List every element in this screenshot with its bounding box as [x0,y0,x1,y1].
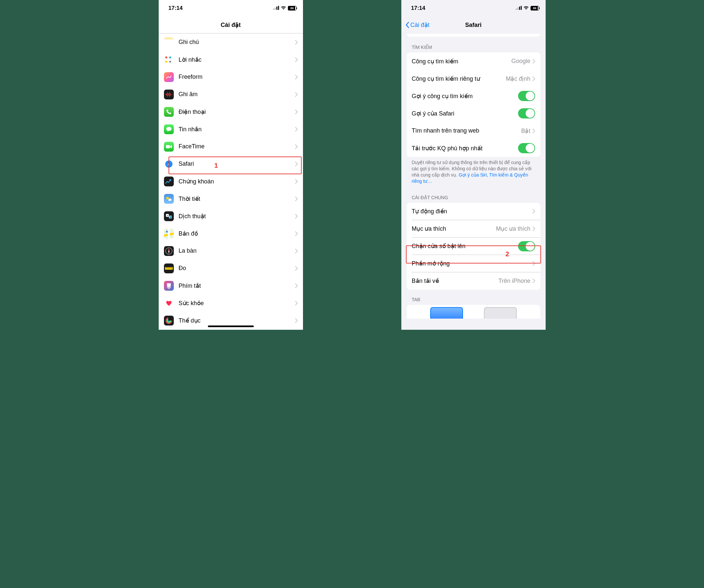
row-label: Safari [179,160,295,167]
row-search-engine-suggestions[interactable]: Gợi ý công cụ tìm kiếm [407,87,540,105]
measure-icon [164,264,174,273]
tab-section-header: TAB [401,297,546,305]
row-label: Tải trước KQ phù hợp nhất [412,145,518,152]
row-label: Gợi ý công cụ tìm kiếm [412,93,518,100]
toggle-search-engine-suggestions[interactable] [518,91,535,101]
row-facetime[interactable]: FaceTime [159,138,303,155]
row-label: Mục ưa thích [412,225,496,232]
row-stocks[interactable]: Chứng khoán [159,173,303,190]
search-section-header: TÌM KIẾM [401,37,546,53]
row-notes[interactable]: Ghi chú [159,34,303,51]
row-label: Chặn cửa sổ bật lên [412,243,518,250]
status-bar: 17:14 89 [401,0,546,16]
row-favorites[interactable]: Mục ưa thíchMục ưa thích [407,220,540,237]
cellular-icon [273,5,279,11]
weather-icon [164,194,174,204]
toggle-safari-suggestions[interactable] [518,108,535,118]
chevron-icon [532,59,535,64]
single-tab-option[interactable] [484,307,517,319]
phone-icon [164,107,174,117]
chevron-icon [295,179,298,184]
row-shortcuts[interactable]: Phím tắt [159,277,303,294]
health-icon [164,298,174,308]
row-label: Gợi ý của Safari [412,110,518,117]
tab-layout-selector[interactable] [407,305,540,319]
row-block-popups[interactable]: Chặn cửa sổ bật lên [407,237,540,255]
page-title: Safari [465,22,481,29]
chevron-icon [295,162,298,166]
row-measure[interactable]: Đo [159,260,303,277]
chevron-icon [532,279,535,283]
status-time: 17:14 [169,5,183,11]
row-safari[interactable]: Safari [159,155,303,173]
row-label: Bản đồ [179,230,295,237]
chevron-icon [295,92,298,97]
safari-settings-screen: 17:14 89 Cài đặt Safari TÌM KIẾM Công cụ… [401,0,546,330]
nav-bar: Cài đặt Safari [401,16,546,34]
tab-bar-option[interactable] [430,307,463,319]
battery-icon: 89 [288,6,296,10]
row-label: Lời nhắc [179,56,295,63]
row-label: Freeform [179,73,295,81]
row-label: Đo [179,265,295,272]
nav-bar: Cài đặt [159,16,303,34]
wifi-icon [523,5,529,11]
row-voice-memos[interactable]: Ghi âm [159,86,303,103]
row-label: Công cụ tìm kiếm [412,58,512,65]
chevron-icon [295,214,298,219]
facetime-icon [164,142,174,152]
row-label: FaceTime [179,143,295,150]
toggle-preload-top-hit[interactable] [518,143,535,153]
row-label: Tin nhắn [179,126,295,133]
row-extensions[interactable]: Phần mở rộng [407,255,540,272]
row-safari-suggestions[interactable]: Gợi ý của Safari [407,105,540,122]
row-label: Thể dục [179,317,295,324]
messages-icon [164,124,174,134]
row-autofill[interactable]: Tự động điền [407,203,540,220]
reminders-icon [164,55,174,65]
row-messages[interactable]: Tin nhắn [159,120,303,138]
chevron-icon [295,318,298,323]
row-reminders[interactable]: Lời nhắc [159,51,303,68]
chevron-icon [532,261,535,266]
general-section-header: CÀI ĐẶT CHUNG [401,187,546,203]
row-label: La bàn [179,248,295,254]
row-label: Phím tắt [179,282,295,289]
battery-icon: 89 [531,6,539,10]
page-title: Cài đặt [221,21,241,29]
row-label: Thời tiết [179,195,295,203]
settings-screen: 17:14 89 Cài đặt Ghi chúLời nhắcFreeform… [159,0,303,330]
row-health[interactable]: Sức khỏe [159,294,303,312]
row-label: Ghi chú [179,39,295,46]
chevron-icon [532,209,535,214]
search-group: Công cụ tìm kiếmGoogleCông cụ tìm kiếm r… [407,53,540,157]
chevron-icon [295,283,298,288]
settings-list[interactable]: Ghi chúLời nhắcFreeformGhi âmĐiện thoạiT… [159,34,303,329]
row-value: Bật [521,127,530,135]
row-phone[interactable]: Điện thoại [159,103,303,120]
row-translate[interactable]: A文Dịch thuật [159,207,303,225]
row-label: Tìm nhanh trên trang web [412,127,521,134]
row-private-search-engine[interactable]: Công cụ tìm kiếm riêng tưMặc định [407,70,540,87]
chevron-icon [532,128,535,133]
chevron-icon [295,127,298,131]
voice-memos-icon [164,90,174,99]
row-weather[interactable]: Thời tiết [159,190,303,207]
maps-icon [164,229,174,238]
svg-rect-26 [521,6,522,10]
row-search-engine[interactable]: Công cụ tìm kiếmGoogle [407,53,540,70]
row-freeform[interactable]: Freeform [159,68,303,86]
compass-icon [164,246,174,256]
home-indicator[interactable] [208,325,254,327]
toggle-block-popups[interactable] [518,241,535,251]
row-downloads[interactable]: Bản tải vềTrên iPhone [407,272,540,290]
search-section-footer: Duyệt riêng tư sử dụng thông tin trên th… [401,157,546,187]
row-quick-website-search[interactable]: Tìm nhanh trên trang webBật [407,122,540,140]
back-button[interactable]: Cài đặt [405,21,429,29]
chevron-icon [532,226,535,231]
row-preload-top-hit[interactable]: Tải trước KQ phù hợp nhất [407,140,540,157]
row-label: Bản tải về [412,277,499,284]
row-compass[interactable]: La bàn [159,242,303,260]
fitness-icon [164,316,174,325]
row-maps[interactable]: Bản đồ [159,225,303,242]
